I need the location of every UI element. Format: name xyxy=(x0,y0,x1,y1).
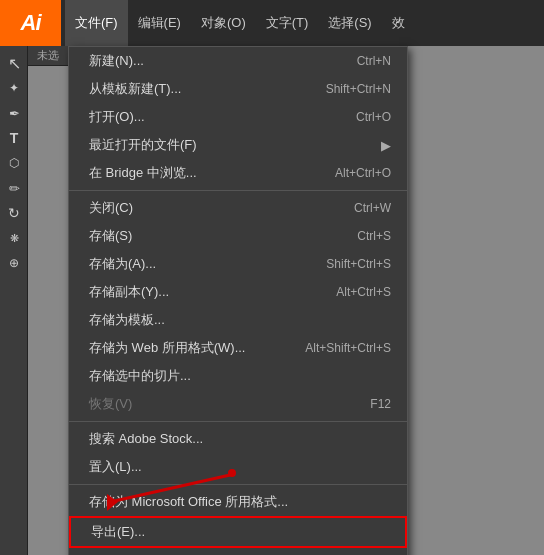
unselected-label: 未选 xyxy=(28,46,68,66)
type-tool[interactable]: T xyxy=(2,126,26,150)
menu-item-recent[interactable]: 最近打开的文件(F) ▶ xyxy=(69,131,407,159)
menu-item-place[interactable]: 置入(L)... xyxy=(69,453,407,481)
menu-select[interactable]: 选择(S) xyxy=(318,0,381,46)
rotate-tool[interactable]: ↻ xyxy=(2,201,26,225)
menu-item-save-web[interactable]: 存储为 Web 所用格式(W)... Alt+Shift+Ctrl+S xyxy=(69,334,407,362)
selection-tool[interactable]: ↖ xyxy=(2,51,26,75)
menu-item-save-template[interactable]: 存储为模板... xyxy=(69,306,407,334)
left-toolbar: ↖ ✦ ✒ T ⬡ ✏ ↻ ❋ ⊕ xyxy=(0,46,28,555)
shape-tool[interactable]: ⬡ xyxy=(2,151,26,175)
menu-file[interactable]: 文件(F) xyxy=(65,0,128,46)
app-logo: Ai xyxy=(0,0,61,46)
pen-tool[interactable]: ✒ xyxy=(2,101,26,125)
menu-effect[interactable]: 效 xyxy=(382,0,415,46)
pencil-tool[interactable]: ✏ xyxy=(2,176,26,200)
menu-edit[interactable]: 编辑(E) xyxy=(128,0,191,46)
direct-selection-tool[interactable]: ✦ xyxy=(2,76,26,100)
menu-object[interactable]: 对象(O) xyxy=(191,0,256,46)
transform-tool[interactable]: ❋ xyxy=(2,226,26,250)
menu-item-save-as[interactable]: 存储为(A)... Shift+Ctrl+S xyxy=(69,250,407,278)
menu-item-behance[interactable]: 在 Behance 上共享(B)... xyxy=(69,548,407,555)
top-bar: Ai 文件(F) 编辑(E) 对象(O) 文字(T) 选择(S) 效 xyxy=(0,0,544,46)
menu-item-revert[interactable]: 恢复(V) F12 xyxy=(69,390,407,418)
submenu-arrow: ▶ xyxy=(381,138,391,153)
separator-2 xyxy=(69,421,407,422)
menu-item-open[interactable]: 打开(O)... Ctrl+O xyxy=(69,103,407,131)
menu-bar: 文件(F) 编辑(E) 对象(O) 文字(T) 选择(S) 效 xyxy=(61,0,415,46)
separator-3 xyxy=(69,484,407,485)
menu-item-save-selection[interactable]: 存储选中的切片... xyxy=(69,362,407,390)
menu-item-save-copy[interactable]: 存储副本(Y)... Alt+Ctrl+S xyxy=(69,278,407,306)
menu-text[interactable]: 文字(T) xyxy=(256,0,319,46)
menu-item-bridge[interactable]: 在 Bridge 中浏览... Alt+Ctrl+O xyxy=(69,159,407,187)
file-dropdown-menu: 新建(N)... Ctrl+N 从模板新建(T)... Shift+Ctrl+N… xyxy=(68,46,408,555)
eyedropper-tool[interactable]: ⊕ xyxy=(2,251,26,275)
menu-item-search-stock[interactable]: 搜索 Adobe Stock... xyxy=(69,425,407,453)
menu-item-close[interactable]: 关闭(C) Ctrl+W xyxy=(69,194,407,222)
menu-item-save[interactable]: 存储(S) Ctrl+S xyxy=(69,222,407,250)
menu-item-save-ms-office[interactable]: 存储为 Microsoft Office 所用格式... xyxy=(69,488,407,516)
menu-item-new-from-template[interactable]: 从模板新建(T)... Shift+Ctrl+N xyxy=(69,75,407,103)
separator-1 xyxy=(69,190,407,191)
menu-item-export[interactable]: 导出(E)... xyxy=(69,516,407,548)
menu-item-new[interactable]: 新建(N)... Ctrl+N xyxy=(69,47,407,75)
